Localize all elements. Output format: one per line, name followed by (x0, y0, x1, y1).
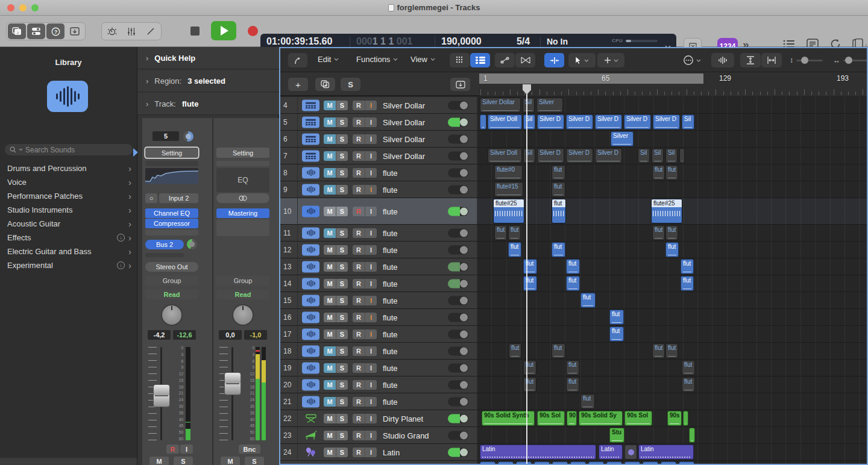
mute-button[interactable]: M (324, 431, 336, 440)
region-90s-solid-sy[interactable]: 90s Solid Sy (579, 411, 623, 426)
toggle-inspector-button[interactable] (27, 23, 45, 39)
track-on-off-toggle[interactable] (448, 363, 468, 372)
input-monitoring-button[interactable]: I (365, 134, 377, 144)
audio-waveform-icon[interactable] (302, 328, 319, 340)
region-flut[interactable]: flut (509, 343, 521, 358)
solo-button[interactable]: S (336, 313, 348, 322)
region-flut[interactable]: flut (523, 377, 536, 392)
audio-waveform-icon[interactable] (302, 362, 319, 373)
mute-button-strip1[interactable]: M (149, 457, 169, 465)
record-button[interactable] (242, 21, 263, 40)
plugin-compressor[interactable]: Compressor (145, 219, 198, 228)
solo-button[interactable]: S (336, 414, 348, 423)
track-on-off-toggle[interactable] (448, 448, 468, 457)
stop-button[interactable] (184, 21, 205, 40)
solo-button[interactable]: S (336, 228, 348, 238)
input-monitoring-button[interactable]: I (365, 117, 377, 127)
region-sil[interactable]: Sil (665, 148, 678, 163)
input-monitor-circle-button[interactable]: ○ (145, 193, 157, 203)
mute-button[interactable]: M (324, 296, 336, 305)
input-monitoring-button[interactable]: I (365, 228, 377, 238)
flex-button[interactable] (515, 53, 535, 67)
region-sil[interactable]: Sil (652, 148, 664, 163)
solo-button-strip1[interactable]: S (174, 457, 193, 465)
library-item-effects[interactable]: Effects↓› (0, 231, 137, 245)
region-flut[interactable]: flut (508, 225, 521, 240)
region-silver-dollar[interactable]: Silver Dollar (480, 98, 521, 113)
region-sil[interactable]: Sil (682, 114, 694, 130)
region[interactable] (606, 461, 622, 464)
audio-waveform-icon[interactable] (302, 311, 319, 323)
track-on-off-toggle[interactable] (448, 134, 468, 143)
eq-slot-output[interactable]: EQ (216, 168, 269, 192)
region-90[interactable]: 90 (567, 411, 577, 426)
solo-button[interactable]: S (336, 448, 348, 457)
region-flut[interactable]: flut (665, 225, 678, 240)
input-monitoring-button[interactable]: I (365, 329, 377, 339)
search-sounds-input[interactable]: Search Sounds (5, 144, 133, 155)
region-flut[interactable]: flut (665, 242, 679, 257)
track-header-18[interactable]: 18MSRIflute (280, 343, 477, 359)
region-flut[interactable]: flut (552, 182, 565, 197)
arrange-lane-25[interactable] (477, 461, 867, 464)
region[interactable] (679, 461, 694, 464)
latin-percussion-icon[interactable] (302, 446, 319, 458)
track-header-24[interactable]: 24MSRILatin (280, 444, 477, 460)
audio-waveform-icon[interactable] (302, 278, 319, 289)
track-on-off-toggle[interactable] (448, 151, 468, 160)
region-flut[interactable]: flut (665, 165, 678, 180)
track-on-off-toggle[interactable] (448, 414, 468, 423)
quick-help-header[interactable]: ›Quick Help (137, 47, 279, 69)
record-enable-button[interactable]: R (353, 245, 365, 255)
track-on-off-toggle[interactable] (448, 228, 468, 237)
solo-button[interactable]: S (336, 279, 348, 289)
gain-slot[interactable] (145, 161, 198, 166)
record-enable-button[interactable]: R (353, 346, 365, 356)
mute-button[interactable]: M (324, 329, 336, 339)
snap-mode-button[interactable] (544, 53, 564, 67)
vertical-zoom-slider[interactable]: ↕ (790, 57, 823, 64)
region-silver[interactable]: Silver (536, 98, 563, 113)
region-flute-15[interactable]: flute#15 (494, 182, 523, 197)
track-on-off-toggle[interactable] (448, 279, 468, 288)
track-inspector-header[interactable]: ›Track: flute (137, 93, 279, 115)
mute-button[interactable]: M (324, 397, 336, 407)
pan-knob-track[interactable] (161, 304, 183, 326)
arrange-lane-21[interactable]: flut (477, 393, 867, 410)
volume-fader-output[interactable] (224, 372, 241, 395)
toggle-library-button[interactable]: ♪ (8, 23, 26, 39)
solo-button[interactable]: S (336, 329, 348, 339)
region-latin[interactable]: Latin (480, 445, 596, 460)
mute-button-strip2[interactable]: M (221, 457, 240, 465)
library-item-electric-guitar-and-bass[interactable]: Electric Guitar and Bass› (0, 245, 137, 258)
region-silver-d[interactable]: Silver D (537, 114, 564, 130)
stereo-format-button[interactable] (216, 193, 269, 203)
volume-value-output[interactable]: 0,0 (219, 330, 242, 340)
record-enable-button[interactable]: R (353, 168, 365, 178)
input-monitoring-button[interactable]: I (365, 245, 377, 255)
add-track-button[interactable]: + (288, 78, 308, 91)
input-monitoring-button[interactable]: I (365, 448, 377, 457)
drum-machine-icon[interactable] (302, 133, 319, 145)
mute-button[interactable]: M (324, 313, 336, 322)
input-monitoring-button[interactable]: I (365, 151, 377, 161)
automation-button[interactable] (495, 53, 515, 67)
record-enable-button[interactable]: R (353, 117, 365, 127)
track-stack-button[interactable] (450, 78, 470, 91)
drum-machine-icon[interactable] (302, 116, 319, 128)
record-enable-button[interactable]: R (353, 397, 365, 407)
empty-plugin-slot[interactable] (145, 229, 198, 236)
region[interactable] (516, 461, 532, 464)
region-sil[interactable]: Sil (638, 148, 650, 163)
grid-view-button[interactable] (450, 53, 470, 67)
arrange-lane-19[interactable]: flutflutflut (477, 360, 867, 376)
track-header-7[interactable]: 7MSRISilver Dollar (280, 148, 477, 164)
synth-keyboard-icon[interactable] (302, 413, 319, 424)
mute-button[interactable]: M (324, 228, 336, 238)
peak-value-output[interactable]: -1,0 (244, 330, 267, 340)
region[interactable] (689, 428, 695, 443)
track-on-off-toggle[interactable] (448, 117, 468, 126)
record-enable-button[interactable]: R (353, 101, 365, 110)
region-flut[interactable]: flut (552, 343, 565, 358)
region-silver-d[interactable]: Silver D (653, 114, 680, 130)
